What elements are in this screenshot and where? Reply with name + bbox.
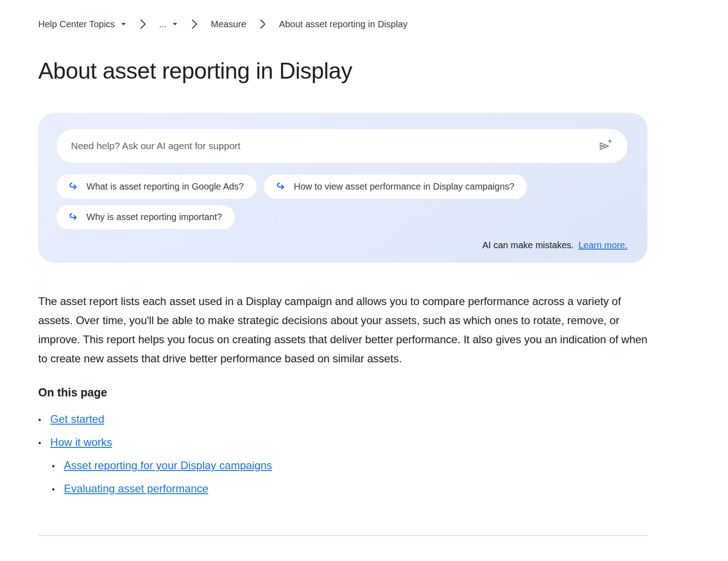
toc-link-evaluating-asset-performance[interactable]: Evaluating asset performance [64,482,208,495]
breadcrumb-label: Measure [211,18,246,30]
ai-disclaimer: AI can make mistakes.Learn more. [56,239,627,251]
breadcrumb-label: About asset reporting in Display [279,18,407,30]
chevron-right-icon [258,18,267,30]
breadcrumb-label: Help Center Topics [38,18,115,30]
curved-arrow-right-icon [67,211,79,223]
suggestion-chip-how-to-view-performance[interactable]: How to view asset performance in Display… [264,175,527,199]
suggestion-chip-label: How to view asset performance in Display… [294,181,515,192]
list-item: • How it works [38,436,647,450]
curved-arrow-right-icon [67,181,79,193]
suggestion-chip-why-important[interactable]: Why is asset reporting important? [56,205,235,229]
ai-question-input[interactable] [70,140,595,152]
bullet-icon: • [38,437,41,450]
breadcrumb-label: ... [159,18,167,30]
suggestion-chip-row-2: Why is asset reporting important? [56,205,627,229]
on-this-page-heading: On this page [38,386,647,399]
list-item: • Get started [38,413,647,426]
caret-down-icon [172,22,178,26]
on-this-page-list: • Get started • How it works • Asset rep… [38,413,647,496]
bullet-icon: • [52,483,55,496]
ai-question-input-pill[interactable] [56,129,627,163]
bullet-icon: • [52,460,55,473]
send-sparkle-icon [597,137,615,155]
list-item: • Asset reporting for your Display campa… [52,459,647,473]
suggestion-chip-label: Why is asset reporting important? [86,212,222,222]
caret-down-icon [121,22,126,26]
suggestion-chip-what-is-asset-reporting[interactable]: What is asset reporting in Google Ads? [56,175,257,199]
section-divider [38,535,647,536]
ai-support-panel: What is asset reporting in Google Ads? H… [38,113,647,263]
breadcrumb: Help Center Topics ... Measure About ass… [38,0,647,30]
intro-paragraph: The asset report lists each asset used i… [38,292,647,368]
breadcrumb-item-ellipsis[interactable]: ... [159,18,178,30]
suggestion-chip-row-1: What is asset reporting in Google Ads? H… [56,175,627,199]
toc-link-how-it-works[interactable]: How it works [50,436,112,449]
breadcrumb-item-current-page: About asset reporting in Display [279,18,407,30]
page-title: About asset reporting in Display [38,57,647,85]
curved-arrow-right-icon [275,181,287,193]
send-button[interactable] [595,135,617,157]
toc-link-get-started[interactable]: Get started [50,413,104,426]
bullet-icon: • [38,414,41,426]
suggestion-chip-label: What is asset reporting in Google Ads? [86,181,244,192]
learn-more-link[interactable]: Learn more. [578,240,627,250]
breadcrumb-item-measure[interactable]: Measure [211,18,246,30]
chevron-right-icon [138,18,147,30]
chevron-right-icon [190,18,199,30]
breadcrumb-item-help-center-topics[interactable]: Help Center Topics [38,18,126,30]
list-item: • Evaluating asset performance [52,482,647,496]
toc-link-asset-reporting-display-campaigns[interactable]: Asset reporting for your Display campaig… [64,459,272,472]
article-page: Help Center Topics ... Measure About ass… [38,0,647,536]
ai-disclaimer-text: AI can make mistakes. [482,240,574,250]
